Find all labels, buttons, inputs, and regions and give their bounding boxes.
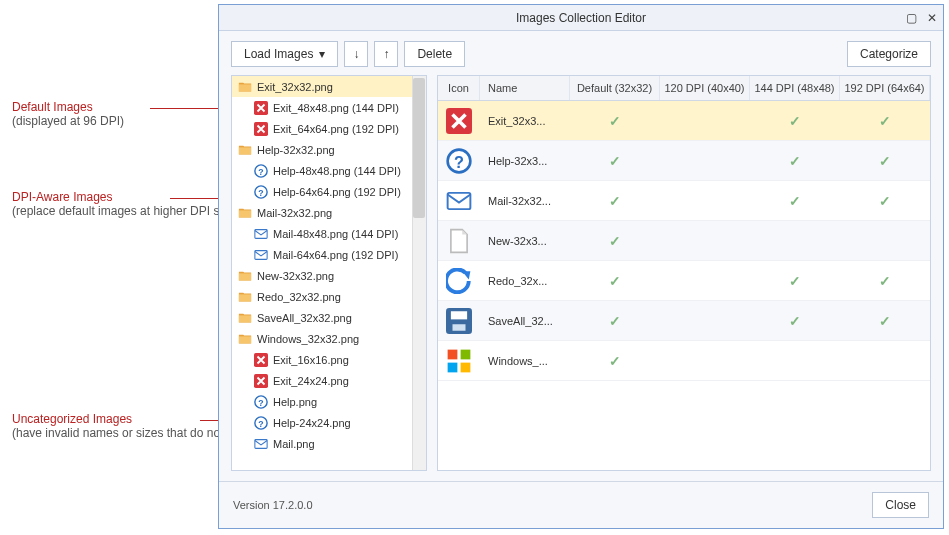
- tree-scroll-thumb[interactable]: [413, 78, 425, 218]
- tree-item[interactable]: Exit_64x64.png (192 DPI): [232, 118, 426, 139]
- mail-icon: [446, 188, 472, 214]
- check-icon: ✓: [789, 193, 801, 209]
- grid-header: Icon Name Default (32x32) 120 DPI (40x40…: [438, 76, 930, 101]
- mail-icon: [254, 248, 268, 262]
- help-icon: ?: [254, 164, 268, 178]
- delete-button[interactable]: Delete: [404, 41, 465, 67]
- row-name: Exit_32x3...: [480, 115, 570, 127]
- editor-window: Images Collection Editor ▢ ✕ Load Images…: [218, 4, 944, 529]
- svg-rect-7: [255, 250, 267, 259]
- tree-item[interactable]: Exit_16x16.png: [232, 349, 426, 370]
- check-cell: ✓: [840, 113, 930, 129]
- mail-icon: [254, 227, 268, 241]
- table-row[interactable]: Windows_...✓: [438, 341, 930, 381]
- svg-text:?: ?: [258, 397, 263, 407]
- tree-item[interactable]: Exit_24x24.png: [232, 370, 426, 391]
- check-cell: ✓: [750, 153, 840, 169]
- tree-item[interactable]: Exit_32x32.png: [232, 76, 426, 97]
- tree-panel: Exit_32x32.pngExit_48x48.png (144 DPI)Ex…: [231, 75, 427, 471]
- tree-item-label: New-32x32.png: [257, 270, 334, 282]
- col-header-name[interactable]: Name: [480, 76, 570, 100]
- table-row[interactable]: Exit_32x3...✓✓✓: [438, 101, 930, 141]
- svg-text:?: ?: [454, 152, 464, 170]
- row-name: Redo_32x...: [480, 275, 570, 287]
- check-cell: ✓: [570, 353, 660, 369]
- tree-item[interactable]: Mail-64x64.png (192 DPI): [232, 244, 426, 265]
- table-row[interactable]: Redo_32x...✓✓✓: [438, 261, 930, 301]
- svg-rect-14: [255, 439, 267, 448]
- table-row[interactable]: Mail-32x32...✓✓✓: [438, 181, 930, 221]
- check-icon: ✓: [789, 153, 801, 169]
- row-name: New-32x3...: [480, 235, 570, 247]
- tree-item-label: Exit_48x48.png (144 DPI): [273, 102, 399, 114]
- col-header-192dpi[interactable]: 192 DPI (64x64): [840, 76, 930, 100]
- maximize-icon[interactable]: ▢: [906, 11, 917, 25]
- categorize-button[interactable]: Categorize: [847, 41, 931, 67]
- tree-item[interactable]: Mail-32x32.png: [232, 202, 426, 223]
- load-images-button[interactable]: Load Images ▾: [231, 41, 338, 67]
- svg-text:?: ?: [258, 418, 263, 428]
- tree-item[interactable]: Mail.png: [232, 433, 426, 454]
- check-cell: ✓: [570, 153, 660, 169]
- tree-item[interactable]: ?Help.png: [232, 391, 426, 412]
- check-cell: ✓: [750, 193, 840, 209]
- x-icon: [254, 101, 268, 115]
- tree-item[interactable]: ?Help-24x24.png: [232, 412, 426, 433]
- check-icon: ✓: [609, 233, 621, 249]
- win-icon: [446, 348, 472, 374]
- check-cell: ✓: [570, 313, 660, 329]
- help-icon: ?: [254, 395, 268, 409]
- tree-item[interactable]: Windows_32x32.png: [232, 328, 426, 349]
- tree-scrollbar[interactable]: [412, 76, 426, 470]
- save-icon: [446, 308, 472, 334]
- tree-item[interactable]: Exit_48x48.png (144 DPI): [232, 97, 426, 118]
- check-icon: ✓: [879, 273, 891, 289]
- check-icon: ✓: [879, 313, 891, 329]
- col-header-120dpi[interactable]: 120 DPI (40x40): [660, 76, 750, 100]
- col-header-default[interactable]: Default (32x32): [570, 76, 660, 100]
- tree-item[interactable]: SaveAll_32x32.png: [232, 307, 426, 328]
- close-button[interactable]: Close: [872, 492, 929, 518]
- folder-icon: [238, 269, 252, 283]
- check-icon: ✓: [789, 113, 801, 129]
- tree-item-label: Help.png: [273, 396, 317, 408]
- table-row[interactable]: ?Help-32x3...✓✓✓: [438, 141, 930, 181]
- check-icon: ✓: [879, 153, 891, 169]
- check-icon: ✓: [609, 353, 621, 369]
- tree-item-label: Exit_24x24.png: [273, 375, 349, 387]
- check-cell: ✓: [750, 313, 840, 329]
- tree-item[interactable]: Mail-48x48.png (144 DPI): [232, 223, 426, 244]
- col-header-icon[interactable]: Icon: [438, 76, 480, 100]
- tree-item-label: Mail-48x48.png (144 DPI): [273, 228, 398, 240]
- table-row[interactable]: New-32x3...✓: [438, 221, 930, 261]
- check-icon: ✓: [609, 153, 621, 169]
- folder-icon: [238, 80, 252, 94]
- mail-icon: [254, 437, 268, 451]
- move-up-button[interactable]: ↑: [374, 41, 398, 67]
- tree-item[interactable]: Help-32x32.png: [232, 139, 426, 160]
- tree-item-label: Mail-64x64.png (192 DPI): [273, 249, 398, 261]
- check-cell: ✓: [840, 273, 930, 289]
- tree-item[interactable]: ?Help-64x64.png (192 DPI): [232, 181, 426, 202]
- check-icon: ✓: [789, 273, 801, 289]
- table-row[interactable]: SaveAll_32...✓✓✓: [438, 301, 930, 341]
- load-images-label: Load Images: [244, 47, 313, 61]
- move-down-button[interactable]: ↓: [344, 41, 368, 67]
- tree-item-label: Windows_32x32.png: [257, 333, 359, 345]
- check-cell: ✓: [840, 313, 930, 329]
- tree-item[interactable]: ?Help-48x48.png (144 DPI): [232, 160, 426, 181]
- tree-item[interactable]: Redo_32x32.png: [232, 286, 426, 307]
- tree-item-label: Help-48x48.png (144 DPI): [273, 165, 401, 177]
- window-title: Images Collection Editor: [516, 11, 646, 25]
- row-name: Help-32x3...: [480, 155, 570, 167]
- close-icon[interactable]: ✕: [927, 11, 937, 25]
- check-icon: ✓: [609, 113, 621, 129]
- grid-panel: Icon Name Default (32x32) 120 DPI (40x40…: [437, 75, 931, 471]
- tree-item[interactable]: New-32x32.png: [232, 265, 426, 286]
- tree-item-label: Help-24x24.png: [273, 417, 351, 429]
- annotation-default-images: Default Images (displayed at 96 DPI): [12, 100, 124, 128]
- tree-item-label: SaveAll_32x32.png: [257, 312, 352, 324]
- x-icon: [254, 122, 268, 136]
- titlebar: Images Collection Editor ▢ ✕: [219, 5, 943, 31]
- col-header-144dpi[interactable]: 144 DPI (48x48): [750, 76, 840, 100]
